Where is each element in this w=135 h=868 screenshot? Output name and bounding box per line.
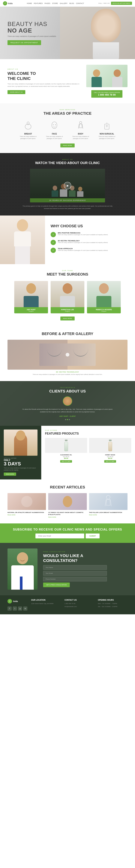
consult-phone-input[interactable] [43, 577, 107, 581]
products-grid: CLEANSING OIL from $9.00 $9.00 ADD TO CA… [45, 438, 131, 463]
why-dot-2: ✓ [51, 240, 56, 245]
book-appointment-button[interactable]: BOOK AN APPOINTMENT [111, 2, 132, 5]
subscribe-submit-button[interactable]: SUBMIT [86, 533, 100, 538]
gallery-slider-dot[interactable] [65, 353, 70, 356]
footer-logo[interactable]: I Isida [7, 599, 27, 603]
clients-dot-1[interactable] [65, 419, 66, 420]
nav-contact[interactable]: CONTACT [76, 2, 84, 4]
video-content: ABOUT US WATCH THE VIDEO ABOUT OUR CLINI… [7, 159, 128, 210]
clients-dot-3[interactable] [69, 419, 70, 420]
product-price-1: $9.00 [45, 457, 87, 459]
areas-read-more-button[interactable]: READ MORE [60, 144, 75, 147]
products-section: SPECIAL OFFER ONLY 3 DAYS There are many… [0, 426, 135, 479]
client-avatar [63, 396, 72, 406]
play-button[interactable] [64, 182, 71, 189]
surgeon-photo-1 [14, 281, 48, 307]
footer-email: info@website.com [64, 606, 94, 608]
articles-section: RECENT ARTICLES NATURAL OR ATHLETIC BREA… [0, 479, 135, 523]
nav-home[interactable]: HOME [27, 2, 32, 4]
consult-email-input[interactable] [43, 571, 107, 576]
article-more-3[interactable]: READ MORE [89, 514, 128, 516]
consult-submit-button[interactable]: GET A FREE CONSULTATION [43, 583, 70, 587]
surgeon-photo-3 [87, 281, 121, 307]
nav-store[interactable]: STORE [52, 2, 58, 4]
article-more-2[interactable]: READ MORE [48, 517, 87, 518]
hero-section: BEAUTY HAS NO AGE There are many variati… [0, 7, 135, 59]
clients-author: AMY HUNT - CLIENT [7, 415, 128, 417]
hero-cta-button[interactable]: REQUEST AN APPOINTMENT [7, 40, 41, 45]
clients-section: TESTIMONIALS CLIENTS ABOUT US I'm about … [0, 381, 135, 426]
twitter-icon[interactable]: t [13, 607, 17, 611]
welcome-title: WELCOME TO THE CLINIC [7, 71, 82, 81]
surgeon-role-1: Surgeon [16, 311, 47, 312]
surgeons-read-more-button[interactable]: READ MORE [60, 316, 75, 320]
nav-phone: CALL: +380 0 00 [98, 2, 109, 4]
subscribe-email-input[interactable] [35, 533, 84, 538]
why-item-2: ✓ 3D VECTRA TECHNOLOGY There are many va… [51, 240, 129, 245]
subscribe-title: SUBSCRIBE TO RECEIVE OUR CLINIC NEWS AND… [7, 528, 128, 531]
footer-social: f t g in [7, 607, 27, 611]
areas-title: THE AREAS OF PRACTICE [7, 111, 128, 116]
articles-title: RECENT ARTICLES [7, 485, 128, 489]
footer-brand: I Isida f t g in [7, 599, 27, 611]
product-price-from-2: from $9.00 [89, 456, 131, 457]
consult-box: CALL US FOR FREE CONSULTATION 1 800 456 … [91, 90, 123, 98]
consult-name-input[interactable] [43, 565, 107, 570]
areas-section: OUR SERVICES THE AREAS OF PRACTICE BREAS… [0, 103, 135, 153]
surgeon-name-1: AMY HUNT [16, 309, 47, 311]
add-to-cart-button-2[interactable]: ADD TO CART [104, 460, 116, 463]
surgeon-photo-2 [51, 281, 84, 307]
promo-read-more-button[interactable]: READ MORE [4, 472, 16, 476]
clients-dots [7, 419, 128, 420]
article-image-1 [7, 493, 46, 510]
hero-content: BEAUTY HAS NO AGE There are many variati… [0, 21, 64, 45]
face-icon [50, 120, 59, 131]
logo[interactable]: I Isida [3, 1, 12, 5]
nav-right: CALL: +380 0 00 BOOK AN APPOINTMENT [98, 2, 132, 5]
gallery-image [7, 340, 128, 370]
products-promo: SPECIAL OFFER ONLY 3 DAYS There are many… [0, 426, 41, 479]
article-card-2: 10 THINGS YOU MUST KNOW ABOUT COSMETIC E… [48, 493, 87, 518]
area-body-desc: There are many variations of passages of… [70, 135, 92, 140]
footer: I Isida f t g in OUR LOCATION 1234 Stree… [0, 595, 135, 614]
nav-blog[interactable]: BLOG [70, 2, 74, 4]
consult-phone: 1 800 456 78 90 [94, 93, 120, 96]
welcome-desc: There are many variations of passages of… [7, 83, 82, 88]
footer-col-location: OUR LOCATION 1234 Street Name City, AA 9… [31, 599, 61, 611]
nav-links: HOME FEATURES PAGES STORE GALLERY BLOG C… [27, 2, 84, 4]
hero-image [60, 7, 135, 59]
nav-gallery[interactable]: GALLERY [60, 2, 68, 4]
area-face-desc: There are many variations of passages of… [43, 135, 65, 140]
add-to-cart-button-1[interactable]: ADD TO CART [60, 460, 72, 463]
area-face-name: FACE [43, 133, 65, 135]
welcome-read-more-button[interactable]: MORE ABOUT US [7, 90, 25, 94]
surgeon-name-3: REBECCA ROGERS [88, 309, 119, 311]
article-more-1[interactable]: READ MORE [7, 514, 46, 516]
surgeons-grid: AMY HUNT Surgeon KHRISTIAN LEE Surgeon [7, 281, 128, 313]
product-price-2: $9.00 [89, 457, 131, 459]
promo-image [4, 430, 37, 456]
footer-col-hours: OPENING HOURS Mon – Fri: 8:00AM – 7:00PM… [98, 599, 128, 611]
surgeon-name-2: KHRISTIAN LEE [52, 309, 83, 311]
linkedin-icon[interactable]: in [23, 607, 27, 611]
promo-days-num: 3 DAYS [4, 461, 21, 466]
why-item-1: ✓ 98% POSITIVE FEEDBACKS There are many … [51, 232, 129, 237]
surgeon-role-2: Surgeon [52, 311, 83, 312]
surgeons-title: MEET THE SURGEONS [7, 272, 128, 277]
surgeons-section: OUR TEAM MEET THE SURGEONS AMY HUNT Surg… [0, 264, 135, 326]
nav-pages[interactable]: PAGES [45, 2, 50, 4]
clients-dot-2[interactable] [67, 419, 68, 420]
product-card-1: CLEANSING OIL from $9.00 $9.00 ADD TO CA… [45, 438, 87, 463]
video-play-overlay[interactable] [30, 169, 105, 203]
video-thumbnail[interactable]: 10 YEARS OF SUCCESS EXPERIENCE [30, 169, 105, 203]
areas-grid: BREAST There are many variations of pass… [7, 120, 128, 140]
surgeons-label: OUR TEAM [7, 270, 128, 272]
why-image [0, 216, 45, 264]
area-breast: BREAST There are many variations of pass… [17, 120, 39, 140]
nav-features[interactable]: FEATURES [34, 2, 43, 4]
googleplus-icon[interactable]: g [18, 607, 22, 611]
footer-location-title: OUR LOCATION [31, 599, 61, 601]
subscribe-section: SUBSCRIBE TO RECEIVE OUR CLINIC NEWS AND… [0, 523, 135, 543]
facebook-icon[interactable]: f [7, 607, 11, 611]
logo-icon: I [3, 1, 7, 5]
